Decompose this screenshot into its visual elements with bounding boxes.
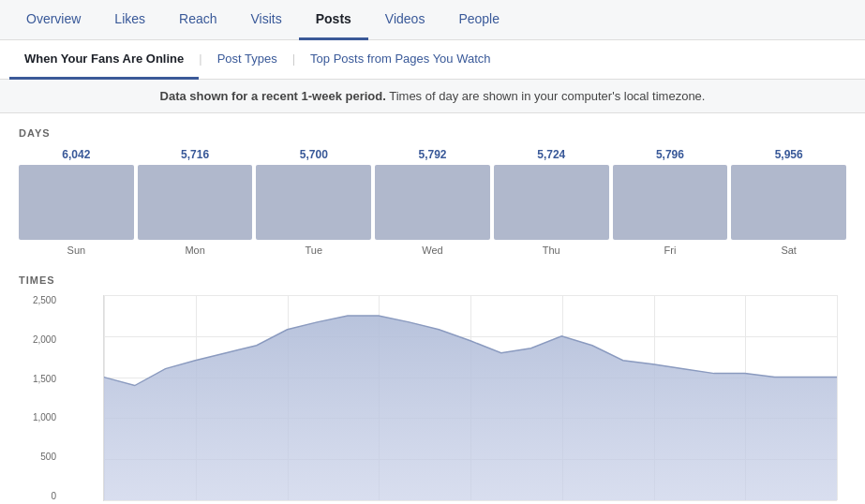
y-500: 500 bbox=[19, 452, 56, 462]
nav-videos[interactable]: Videos bbox=[368, 0, 442, 40]
day-thu: 5,724 Thu bbox=[494, 148, 609, 256]
sub-navigation: When Your Fans Are Online | Post Types |… bbox=[0, 40, 865, 80]
day-fri-bar bbox=[613, 165, 728, 240]
day-sat-bar bbox=[731, 165, 846, 240]
day-thu-bar bbox=[494, 165, 609, 240]
subnav-top-posts[interactable]: Top Posts from Pages You Watch bbox=[295, 40, 505, 80]
day-sun-value: 6,042 bbox=[62, 148, 90, 161]
nav-visits[interactable]: Visits bbox=[234, 0, 299, 40]
y-0: 0 bbox=[19, 491, 56, 501]
nav-posts[interactable]: Posts bbox=[299, 0, 368, 40]
subnav-fans-online[interactable]: When Your Fans Are Online bbox=[9, 40, 199, 80]
grid-0 bbox=[104, 500, 837, 501]
subnav-post-types[interactable]: Post Types bbox=[202, 40, 292, 80]
nav-overview[interactable]: Overview bbox=[9, 0, 97, 40]
day-wed: 5,792 Wed bbox=[375, 148, 490, 256]
day-sun-name: Sun bbox=[67, 245, 86, 256]
day-wed-value: 5,792 bbox=[419, 148, 447, 161]
day-wed-name: Wed bbox=[422, 245, 442, 256]
y-1500: 1,500 bbox=[19, 374, 56, 384]
day-wed-bar bbox=[375, 165, 490, 240]
day-thu-value: 5,724 bbox=[537, 148, 565, 161]
days-grid: 6,042 Sun 5,716 Mon 5,700 Tue 5,792 Wed … bbox=[19, 148, 846, 256]
chart-wrapper: 2,500 2,000 1,500 1,000 500 0 bbox=[61, 295, 842, 501]
nav-reach[interactable]: Reach bbox=[162, 0, 233, 40]
nav-likes[interactable]: Likes bbox=[97, 0, 162, 40]
day-sun: 6,042 Sun bbox=[19, 148, 134, 256]
y-2500: 2,500 bbox=[19, 295, 56, 305]
y-1000: 1,000 bbox=[19, 412, 56, 422]
y-axis: 2,500 2,000 1,500 1,000 500 0 bbox=[19, 295, 56, 501]
area-chart-svg bbox=[104, 295, 837, 500]
info-bar: Data shown for a recent 1-week period. T… bbox=[0, 80, 865, 113]
top-navigation: Overview Likes Reach Visits Posts Videos… bbox=[0, 0, 865, 40]
day-mon-value: 5,716 bbox=[181, 148, 209, 161]
days-label: DAYS bbox=[19, 127, 846, 139]
day-tue-value: 5,700 bbox=[300, 148, 328, 161]
vgrid-midnight2 bbox=[837, 295, 838, 500]
times-section: TIMES 2,500 2,000 1,500 1,000 500 0 bbox=[19, 274, 846, 504]
day-sat: 5,956 Sat bbox=[731, 148, 846, 256]
day-tue-name: Tue bbox=[306, 245, 323, 256]
day-fri-name: Fri bbox=[664, 245, 677, 256]
day-mon-name: Mon bbox=[185, 245, 204, 256]
day-tue: 5,700 Tue bbox=[256, 148, 371, 256]
line-chart-area bbox=[103, 295, 837, 501]
main-content: DAYS 6,042 Sun 5,716 Mon 5,700 Tue 5,792… bbox=[0, 113, 865, 504]
day-sat-name: Sat bbox=[781, 245, 797, 256]
y-2000: 2,000 bbox=[19, 334, 56, 345]
day-sun-bar bbox=[19, 165, 134, 240]
day-fri-value: 5,796 bbox=[656, 148, 684, 161]
day-thu-name: Thu bbox=[543, 245, 560, 256]
day-fri: 5,796 Fri bbox=[613, 148, 728, 256]
times-label: TIMES bbox=[19, 274, 846, 286]
svg-marker-0 bbox=[104, 316, 837, 500]
day-mon: 5,716 Mon bbox=[138, 148, 253, 256]
day-tue-bar bbox=[256, 165, 371, 240]
nav-people[interactable]: People bbox=[441, 0, 516, 40]
day-mon-bar bbox=[138, 165, 253, 240]
day-sat-value: 5,956 bbox=[775, 148, 803, 161]
